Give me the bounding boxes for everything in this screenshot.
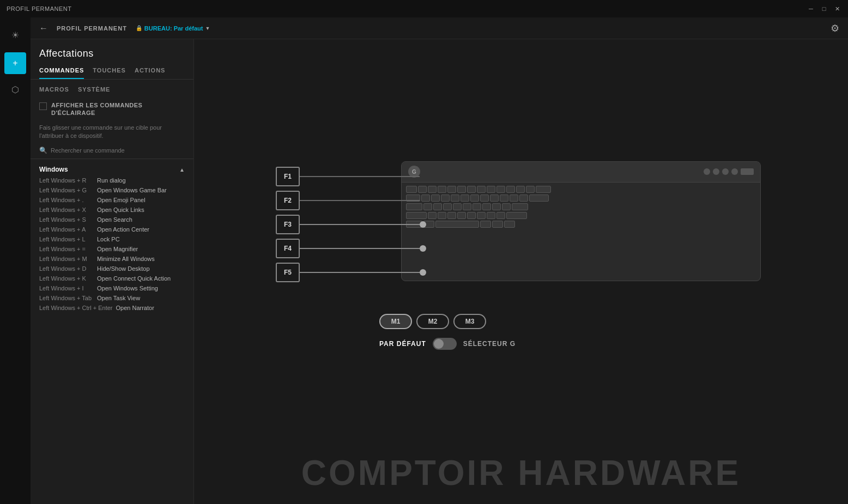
search-input[interactable] [51, 147, 185, 154]
list-item[interactable]: Left Windows + Tab Open Task View [31, 293, 193, 303]
kb-ctrl-dot [722, 168, 729, 175]
back-button[interactable]: ← [39, 23, 48, 33]
titlebar-controls: ─ □ ✕ [807, 4, 841, 13]
section-collapse-icon: ▲ [179, 167, 185, 173]
list-item[interactable]: Left Windows + R Run dialog [31, 175, 193, 185]
fkey-f3-line [300, 224, 420, 225]
fkey-f2-row: F2 [276, 191, 426, 210]
bureau-text: BUREAU: Par défaut [144, 25, 203, 32]
list-item[interactable]: Left Windows + I Open Windows Setting [31, 283, 193, 293]
kb-key [510, 195, 518, 202]
list-item[interactable]: Left Windows + = Open Magnifier [31, 244, 193, 254]
main-content: F1 F2 F3 F4 F5 [194, 39, 848, 504]
cmd-desc: Open Windows Game Bar [97, 187, 167, 193]
subtab-macros[interactable]: MACROS [39, 84, 69, 95]
kb-key [433, 203, 442, 210]
list-item[interactable]: Left Windows + X Open Quick Links [31, 205, 193, 215]
kb-key [451, 195, 459, 202]
cmd-key: Left Windows + K [39, 275, 94, 282]
cmd-desc: Open Windows Setting [97, 285, 158, 292]
kb-key [477, 186, 486, 193]
drag-hint: Fais glisser une commande sur une cible … [31, 122, 193, 145]
fkey-f4-dot [420, 245, 426, 252]
list-item[interactable]: Left Windows + G Open Windows Game Bar [31, 185, 193, 195]
kb-key [477, 212, 486, 219]
sidebar-icon-lighting[interactable]: ☀ [4, 24, 26, 46]
kb-key [506, 212, 527, 219]
cmd-key: Left Windows + A [39, 226, 94, 233]
cmd-key: Left Windows + D [39, 265, 94, 272]
g-selector-toggle[interactable] [433, 338, 457, 350]
lighting-label: AFFICHER LES COMMANDES D'ÉCLAIRAGE [51, 101, 185, 117]
list-item[interactable]: Left Windows + D Hide/Show Desktop [31, 264, 193, 274]
fkey-f4-button[interactable]: F4 [276, 239, 300, 258]
settings-button[interactable]: ⚙ [831, 22, 839, 34]
chevron-down-icon: ▼ [205, 26, 210, 31]
lighting-checkbox[interactable] [39, 102, 47, 110]
m1-button[interactable]: M1 [379, 314, 412, 329]
tab-touches[interactable]: TOUCHES [93, 64, 126, 79]
list-item[interactable]: Left Windows + M Minimize All Windows [31, 254, 193, 264]
cmd-key: Left Windows + . [39, 197, 94, 203]
cmd-desc: Lock PC [97, 236, 120, 242]
m3-button[interactable]: M3 [453, 314, 486, 329]
subtab-systeme[interactable]: SYSTÈME [78, 84, 111, 95]
kb-key [428, 186, 437, 193]
list-item[interactable]: Left Windows + Ctrl + Enter Open Narrato… [31, 303, 193, 313]
kb-key [496, 212, 505, 219]
keyboard-image: G [401, 161, 761, 281]
kb-key [470, 195, 479, 202]
kb-ctrl-dot [731, 168, 738, 175]
kb-ctrl-dot [704, 168, 710, 175]
maximize-button[interactable]: □ [820, 4, 828, 13]
profile-label: PROFIL PERMANENT [57, 25, 127, 32]
kb-key [457, 212, 466, 219]
kb-key [463, 203, 471, 210]
windows-section-header[interactable]: Windows ▲ [31, 163, 193, 175]
keyboard-area: F1 F2 F3 F4 F5 [276, 161, 766, 350]
keyboard-row-2 [406, 195, 756, 202]
list-item[interactable]: Left Windows + A Open Action Center [31, 224, 193, 234]
cmd-desc: Minimize All Windows [97, 256, 155, 262]
list-item[interactable]: Left Windows + S Open Search [31, 215, 193, 224]
fkey-f5-button[interactable]: F5 [276, 263, 300, 282]
fkey-f1-button[interactable]: F1 [276, 167, 300, 186]
fkey-f2-button[interactable]: F2 [276, 191, 300, 210]
tab-commandes[interactable]: COMMANDES [39, 64, 84, 79]
minimize-button[interactable]: ─ [807, 4, 815, 13]
search-icon: 🔍 [39, 147, 47, 154]
cmd-desc: Open Emoji Panel [97, 197, 146, 203]
cmd-key: Left Windows + Ctrl + Enter [39, 305, 113, 311]
default-label: PAR DÉFAUT [379, 340, 426, 348]
list-item[interactable]: Left Windows + L Lock PC [31, 234, 193, 244]
kb-key [536, 186, 551, 193]
kb-key [526, 186, 535, 193]
kb-key [447, 186, 456, 193]
fkey-f4-row: F4 [276, 239, 426, 258]
kb-ctrl-bar [741, 168, 754, 175]
cmd-key: Left Windows + S [39, 216, 94, 223]
keyboard-row-5 [406, 221, 756, 228]
fkey-f3-row: F3 [276, 215, 426, 234]
kb-key [480, 195, 489, 202]
keyboard-top-bar: G [402, 162, 760, 183]
fkey-f5-line [300, 272, 420, 273]
kb-key [438, 212, 446, 219]
tab-actions[interactable]: ACTIONS [135, 64, 166, 79]
left-panel: Affectations COMMANDES TOUCHES ACTIONS M… [31, 39, 194, 504]
fkey-f3-button[interactable]: F3 [276, 215, 300, 234]
cmd-key: Left Windows + L [39, 236, 94, 242]
list-item[interactable]: Left Windows + K Open Connect Quick Acti… [31, 274, 193, 283]
sidebar-icon-assignments[interactable]: + [4, 52, 26, 74]
kb-key [473, 203, 481, 210]
titlebar-title: PROFIL PERMANENT [7, 5, 71, 12]
kb-key [529, 195, 549, 202]
sidebar-icon-plugins[interactable]: ⬡ [4, 78, 26, 100]
keyboard-row-1 [406, 186, 756, 193]
bureau-dropdown[interactable]: 🔒 BUREAU: Par défaut ▼ [136, 25, 210, 32]
m2-button[interactable]: M2 [416, 314, 449, 329]
titlebar: PROFIL PERMANENT ─ □ ✕ [0, 0, 848, 17]
list-item[interactable]: Left Windows + . Open Emoji Panel [31, 195, 193, 205]
close-button[interactable]: ✕ [833, 4, 841, 13]
cmd-key: Left Windows + X [39, 207, 94, 213]
